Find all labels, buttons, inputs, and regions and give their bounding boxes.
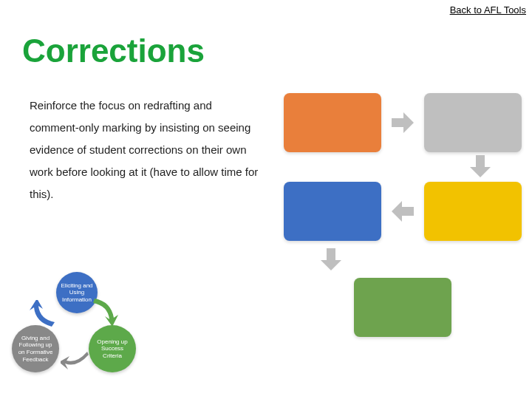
body-text: Reinforce the focus on redrafting and co…	[30, 95, 259, 205]
flow-box-orange	[284, 93, 381, 152]
cycle-label: Eliciting and Using Information	[59, 282, 95, 304]
back-link[interactable]: Back to AFL Tools	[450, 4, 526, 16]
arrow-down-icon	[470, 155, 491, 177]
page-title: Corrections	[22, 33, 205, 69]
flow-box-yellow	[424, 182, 522, 241]
cycle-node-eliciting: Eliciting and Using Information	[56, 272, 98, 313]
flow-box-blue	[284, 182, 381, 241]
flow-box-green	[354, 278, 451, 337]
cycle-label: Giving and Following up on Formative Fee…	[15, 335, 56, 363]
arrow-left-icon	[392, 201, 414, 222]
arrow-right-icon	[392, 112, 414, 133]
flow-box-grey	[424, 93, 522, 152]
cycle-diagram: Eliciting and Using Information Opening …	[6, 272, 146, 398]
cycle-node-opening: Opening up Success Criteria	[89, 325, 136, 372]
cycle-label: Opening up Success Criteria	[92, 338, 133, 360]
flow-diagram	[284, 93, 522, 344]
cycle-arrow-icon	[93, 297, 118, 330]
cycle-arrow-icon	[30, 300, 55, 332]
slide: Back to AFL Tools Corrections Reinforce …	[0, 0, 532, 399]
arrow-down-icon	[321, 248, 341, 270]
cycle-arrow-icon	[61, 352, 90, 374]
